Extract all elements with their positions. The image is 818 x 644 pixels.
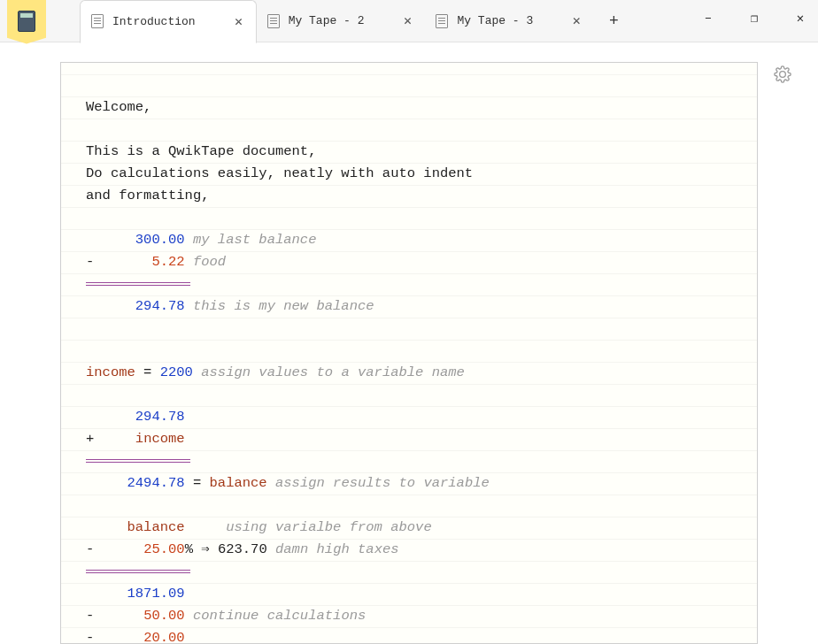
blank-line [86, 340, 732, 362]
horizontal-rule [86, 450, 732, 472]
close-icon[interactable]: ✕ [568, 13, 584, 29]
blank-line [86, 318, 732, 340]
maximize-button[interactable]: ❐ [744, 7, 765, 28]
document-icon [436, 14, 448, 28]
text-line: and formatting, [86, 185, 732, 207]
gear-icon [774, 65, 791, 83]
calculator-icon [18, 11, 35, 32]
blank-line [86, 119, 732, 141]
tab-bar: Introduction ✕ My Tape - 2 ✕ My Tape - 3… [0, 0, 818, 42]
calc-line: + income [86, 428, 732, 450]
settings-button[interactable] [774, 65, 793, 85]
calc-line: - 5.22 food [86, 251, 732, 273]
text-line: This is a QwikTape document, [86, 141, 732, 163]
result-line: 2494.78 = balance assign results to vari… [86, 472, 732, 494]
horizontal-rule [86, 273, 732, 295]
result-line: 294.78 this is my new balance [86, 295, 732, 318]
calc-line: 300.00 my last balance [86, 229, 732, 251]
close-icon[interactable]: ✕ [399, 13, 415, 29]
blank-line [86, 384, 732, 406]
calc-line: - 25.00% ⇒ 623.70 damn high taxes [86, 539, 732, 561]
horizontal-rule [86, 561, 732, 583]
tab-label: My Tape - 3 [457, 14, 533, 27]
assign-line: income = 2200 assign values to a variabl… [86, 362, 732, 384]
tabs-container: Introduction ✕ My Tape - 2 ✕ My Tape - 3… [80, 0, 628, 42]
tab-my-tape-3[interactable]: My Tape - 3 ✕ [425, 0, 594, 42]
calc-line: - 20.00 [86, 627, 732, 644]
window-controls: – ❐ ✕ [698, 0, 811, 35]
calc-line: balance using varialbe from above [86, 517, 732, 539]
document-icon [267, 14, 280, 28]
close-button[interactable]: ✕ [790, 7, 811, 28]
blank-line [86, 207, 732, 229]
calc-line: - 50.00 continue calculations [86, 605, 732, 627]
text-line: Welcome, [86, 96, 732, 119]
document-icon [91, 14, 104, 28]
tab-introduction[interactable]: Introduction ✕ [80, 0, 257, 43]
calc-line: 294.78 [86, 406, 732, 428]
editor-paper[interactable]: Welcome, This is a QwikTape document, Do… [60, 62, 758, 644]
tab-label: My Tape - 2 [289, 14, 365, 27]
close-icon[interactable]: ✕ [231, 13, 247, 29]
blank-line [86, 494, 732, 517]
tab-my-tape-2[interactable]: My Tape - 2 ✕ [257, 0, 426, 42]
minimize-button[interactable]: – [698, 7, 719, 28]
app-logo [0, 0, 53, 48]
result-line: 1871.09 [86, 583, 732, 605]
tab-label: Introduction [112, 15, 196, 28]
new-tab-button[interactable]: + [599, 0, 628, 42]
text-line: Do calculations easily, neatly with auto… [86, 163, 732, 185]
